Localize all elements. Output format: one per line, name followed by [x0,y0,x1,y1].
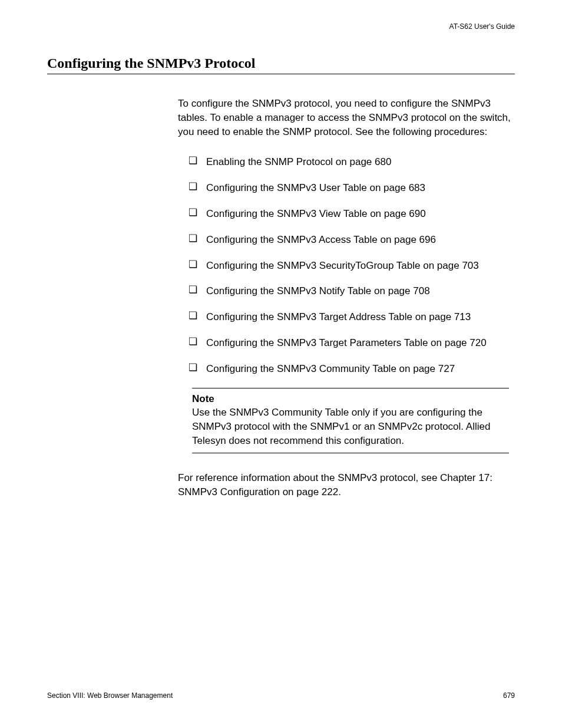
checkbox-icon: ❏ [189,337,197,347]
list-item: ❏Configuring the SNMPv3 View Table on pa… [189,207,515,221]
list-item: ❏Enabling the SNMP Protocol on page 680 [189,155,515,169]
footer-page-number: 679 [503,691,515,700]
list-item: ❏Configuring the SNMPv3 Access Table on … [189,233,515,247]
note-block: Note Use the SNMPv3 Community Table only… [192,388,509,453]
reference-paragraph: For reference information about the SNMP… [178,471,515,499]
footer-section: Section VIII: Web Browser Management [47,691,173,700]
checkbox-icon: ❏ [189,182,197,192]
checkbox-icon: ❏ [189,363,197,373]
list-item-text: Configuring the SNMPv3 Community Table o… [206,363,455,374]
checkbox-icon: ❏ [189,207,197,218]
list-item-text: Configuring the SNMPv3 Target Address Ta… [206,311,471,322]
checkbox-icon: ❏ [189,285,197,295]
intro-paragraph: To configure the SNMPv3 protocol, you ne… [178,97,515,139]
list-item: ❏Configuring the SNMPv3 User Table on pa… [189,181,515,195]
checkbox-icon: ❏ [189,259,197,269]
page-title: Configuring the SNMPv3 Protocol [47,55,515,74]
list-item-text: Configuring the SNMPv3 View Table on pag… [206,208,426,219]
page-footer: Section VIII: Web Browser Management 679 [47,691,515,700]
list-item-text: Configuring the SNMPv3 User Table on pag… [206,182,425,193]
list-item: ❏Configuring the SNMPv3 Target Address T… [189,310,515,324]
checkbox-icon: ❏ [189,233,197,243]
list-item: ❏Configuring the SNMPv3 SecurityToGroup … [189,259,515,273]
list-item: ❏Configuring the SNMPv3 Notify Table on … [189,284,515,298]
header-guide-title: AT-S62 User's Guide [47,22,515,31]
list-item-text: Configuring the SNMPv3 SecurityToGroup T… [206,260,479,271]
note-label: Note [192,392,509,406]
list-item-text: Configuring the SNMPv3 Target Parameters… [206,337,487,348]
main-content: To configure the SNMPv3 protocol, you ne… [178,97,515,499]
list-item: ❏Configuring the SNMPv3 Community Table … [189,362,515,376]
note-text: Use the SNMPv3 Community Table only if y… [192,406,509,447]
procedure-list: ❏Enabling the SNMP Protocol on page 680 … [178,155,515,375]
list-item-text: Enabling the SNMP Protocol on page 680 [206,156,391,167]
list-item-text: Configuring the SNMPv3 Access Table on p… [206,234,436,245]
checkbox-icon: ❏ [189,156,197,166]
list-item: ❏Configuring the SNMPv3 Target Parameter… [189,336,515,350]
checkbox-icon: ❏ [189,311,197,321]
list-item-text: Configuring the SNMPv3 Notify Table on p… [206,285,430,297]
